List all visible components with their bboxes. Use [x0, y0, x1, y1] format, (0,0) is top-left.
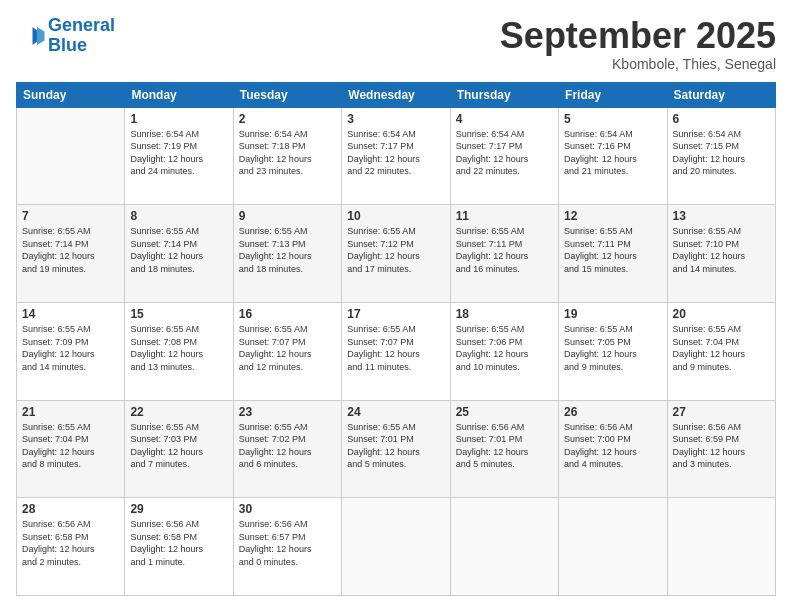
day-info: Sunrise: 6:55 AM Sunset: 7:14 PM Dayligh…	[22, 225, 119, 275]
calendar-cell	[17, 107, 125, 205]
header: General Blue September 2025 Kbombole, Th…	[16, 16, 776, 72]
col-saturday: Saturday	[667, 82, 775, 107]
calendar-cell: 8Sunrise: 6:55 AM Sunset: 7:14 PM Daylig…	[125, 205, 233, 303]
col-monday: Monday	[125, 82, 233, 107]
logo: General Blue	[16, 16, 115, 56]
day-number: 9	[239, 209, 336, 223]
day-number: 18	[456, 307, 553, 321]
day-info: Sunrise: 6:55 AM Sunset: 7:08 PM Dayligh…	[130, 323, 227, 373]
calendar-cell: 5Sunrise: 6:54 AM Sunset: 7:16 PM Daylig…	[559, 107, 667, 205]
calendar-cell: 30Sunrise: 6:56 AM Sunset: 6:57 PM Dayli…	[233, 498, 341, 596]
day-info: Sunrise: 6:55 AM Sunset: 7:13 PM Dayligh…	[239, 225, 336, 275]
day-number: 23	[239, 405, 336, 419]
calendar-cell: 18Sunrise: 6:55 AM Sunset: 7:06 PM Dayli…	[450, 302, 558, 400]
day-number: 21	[22, 405, 119, 419]
calendar-cell: 6Sunrise: 6:54 AM Sunset: 7:15 PM Daylig…	[667, 107, 775, 205]
day-number: 15	[130, 307, 227, 321]
day-number: 5	[564, 112, 661, 126]
day-info: Sunrise: 6:55 AM Sunset: 7:14 PM Dayligh…	[130, 225, 227, 275]
day-number: 13	[673, 209, 770, 223]
day-info: Sunrise: 6:56 AM Sunset: 7:01 PM Dayligh…	[456, 421, 553, 471]
logo-text: General Blue	[48, 16, 115, 56]
calendar-cell: 24Sunrise: 6:55 AM Sunset: 7:01 PM Dayli…	[342, 400, 450, 498]
day-info: Sunrise: 6:55 AM Sunset: 7:06 PM Dayligh…	[456, 323, 553, 373]
calendar-cell: 13Sunrise: 6:55 AM Sunset: 7:10 PM Dayli…	[667, 205, 775, 303]
day-number: 10	[347, 209, 444, 223]
calendar-cell	[342, 498, 450, 596]
calendar-cell	[667, 498, 775, 596]
calendar-cell: 3Sunrise: 6:54 AM Sunset: 7:17 PM Daylig…	[342, 107, 450, 205]
calendar-cell: 28Sunrise: 6:56 AM Sunset: 6:58 PM Dayli…	[17, 498, 125, 596]
day-number: 28	[22, 502, 119, 516]
calendar-cell: 16Sunrise: 6:55 AM Sunset: 7:07 PM Dayli…	[233, 302, 341, 400]
day-info: Sunrise: 6:54 AM Sunset: 7:19 PM Dayligh…	[130, 128, 227, 178]
calendar-cell: 25Sunrise: 6:56 AM Sunset: 7:01 PM Dayli…	[450, 400, 558, 498]
calendar-cell	[450, 498, 558, 596]
day-info: Sunrise: 6:55 AM Sunset: 7:04 PM Dayligh…	[22, 421, 119, 471]
col-tuesday: Tuesday	[233, 82, 341, 107]
day-number: 27	[673, 405, 770, 419]
day-info: Sunrise: 6:56 AM Sunset: 7:00 PM Dayligh…	[564, 421, 661, 471]
day-info: Sunrise: 6:54 AM Sunset: 7:18 PM Dayligh…	[239, 128, 336, 178]
day-info: Sunrise: 6:55 AM Sunset: 7:07 PM Dayligh…	[239, 323, 336, 373]
day-info: Sunrise: 6:55 AM Sunset: 7:02 PM Dayligh…	[239, 421, 336, 471]
calendar-cell: 22Sunrise: 6:55 AM Sunset: 7:03 PM Dayli…	[125, 400, 233, 498]
calendar-table: Sunday Monday Tuesday Wednesday Thursday…	[16, 82, 776, 596]
calendar-week-row-5: 28Sunrise: 6:56 AM Sunset: 6:58 PM Dayli…	[17, 498, 776, 596]
day-info: Sunrise: 6:55 AM Sunset: 7:09 PM Dayligh…	[22, 323, 119, 373]
calendar-week-row-4: 21Sunrise: 6:55 AM Sunset: 7:04 PM Dayli…	[17, 400, 776, 498]
calendar-cell: 1Sunrise: 6:54 AM Sunset: 7:19 PM Daylig…	[125, 107, 233, 205]
day-number: 24	[347, 405, 444, 419]
col-sunday: Sunday	[17, 82, 125, 107]
col-thursday: Thursday	[450, 82, 558, 107]
calendar-cell: 21Sunrise: 6:55 AM Sunset: 7:04 PM Dayli…	[17, 400, 125, 498]
day-number: 20	[673, 307, 770, 321]
calendar-cell: 14Sunrise: 6:55 AM Sunset: 7:09 PM Dayli…	[17, 302, 125, 400]
day-number: 11	[456, 209, 553, 223]
day-info: Sunrise: 6:56 AM Sunset: 6:57 PM Dayligh…	[239, 518, 336, 568]
logo-line2: Blue	[48, 35, 87, 55]
logo-line1: General	[48, 15, 115, 35]
calendar-week-row-1: 1Sunrise: 6:54 AM Sunset: 7:19 PM Daylig…	[17, 107, 776, 205]
day-number: 17	[347, 307, 444, 321]
calendar-cell: 23Sunrise: 6:55 AM Sunset: 7:02 PM Dayli…	[233, 400, 341, 498]
calendar-cell: 2Sunrise: 6:54 AM Sunset: 7:18 PM Daylig…	[233, 107, 341, 205]
calendar-cell: 12Sunrise: 6:55 AM Sunset: 7:11 PM Dayli…	[559, 205, 667, 303]
month-title: September 2025	[500, 16, 776, 56]
calendar-cell: 27Sunrise: 6:56 AM Sunset: 6:59 PM Dayli…	[667, 400, 775, 498]
day-info: Sunrise: 6:55 AM Sunset: 7:01 PM Dayligh…	[347, 421, 444, 471]
location-subtitle: Kbombole, Thies, Senegal	[500, 56, 776, 72]
day-number: 19	[564, 307, 661, 321]
day-info: Sunrise: 6:55 AM Sunset: 7:05 PM Dayligh…	[564, 323, 661, 373]
calendar-cell: 7Sunrise: 6:55 AM Sunset: 7:14 PM Daylig…	[17, 205, 125, 303]
day-info: Sunrise: 6:55 AM Sunset: 7:10 PM Dayligh…	[673, 225, 770, 275]
calendar-cell: 11Sunrise: 6:55 AM Sunset: 7:11 PM Dayli…	[450, 205, 558, 303]
day-number: 6	[673, 112, 770, 126]
col-wednesday: Wednesday	[342, 82, 450, 107]
title-block: September 2025 Kbombole, Thies, Senegal	[500, 16, 776, 72]
day-info: Sunrise: 6:55 AM Sunset: 7:11 PM Dayligh…	[564, 225, 661, 275]
day-number: 4	[456, 112, 553, 126]
day-number: 22	[130, 405, 227, 419]
day-number: 14	[22, 307, 119, 321]
day-info: Sunrise: 6:54 AM Sunset: 7:17 PM Dayligh…	[347, 128, 444, 178]
day-number: 12	[564, 209, 661, 223]
day-number: 7	[22, 209, 119, 223]
day-number: 29	[130, 502, 227, 516]
day-info: Sunrise: 6:55 AM Sunset: 7:11 PM Dayligh…	[456, 225, 553, 275]
day-number: 3	[347, 112, 444, 126]
calendar-cell: 29Sunrise: 6:56 AM Sunset: 6:58 PM Dayli…	[125, 498, 233, 596]
day-number: 26	[564, 405, 661, 419]
calendar-cell	[559, 498, 667, 596]
day-info: Sunrise: 6:54 AM Sunset: 7:16 PM Dayligh…	[564, 128, 661, 178]
day-number: 2	[239, 112, 336, 126]
day-info: Sunrise: 6:55 AM Sunset: 7:07 PM Dayligh…	[347, 323, 444, 373]
calendar-cell: 19Sunrise: 6:55 AM Sunset: 7:05 PM Dayli…	[559, 302, 667, 400]
calendar-header-row: Sunday Monday Tuesday Wednesday Thursday…	[17, 82, 776, 107]
day-number: 25	[456, 405, 553, 419]
day-info: Sunrise: 6:54 AM Sunset: 7:15 PM Dayligh…	[673, 128, 770, 178]
calendar-cell: 17Sunrise: 6:55 AM Sunset: 7:07 PM Dayli…	[342, 302, 450, 400]
day-number: 8	[130, 209, 227, 223]
calendar-cell: 4Sunrise: 6:54 AM Sunset: 7:17 PM Daylig…	[450, 107, 558, 205]
logo-icon	[16, 21, 46, 51]
